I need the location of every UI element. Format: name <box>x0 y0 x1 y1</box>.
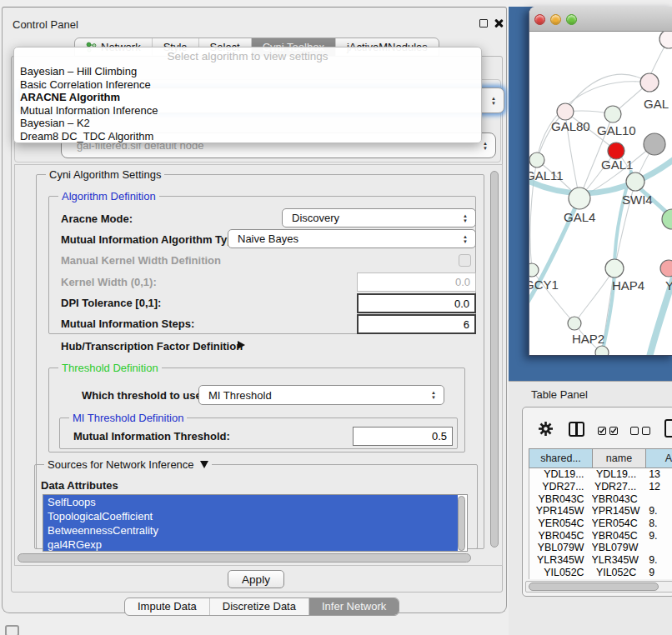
mi-threshold-label: Mutual Information Threshold: <box>73 430 230 442</box>
attribute-item[interactable]: gal4RGexp <box>43 538 458 552</box>
network-node[interactable] <box>626 172 644 191</box>
network-node-label: HAP4 <box>612 278 644 292</box>
mi-steps-field[interactable]: 6 <box>357 314 476 334</box>
network-node[interactable] <box>608 142 624 159</box>
tab-infer-network[interactable]: Infer Network <box>308 598 399 615</box>
apply-button[interactable]: Apply <box>228 570 284 588</box>
scrollbar-thumb[interactable] <box>529 582 659 591</box>
aracne-mode-combobox[interactable]: Discovery <box>282 208 476 228</box>
which-threshold-combobox[interactable]: MI Threshold <box>198 385 444 405</box>
network-node[interactable] <box>605 259 624 278</box>
table-cell: YIL052C <box>592 567 644 578</box>
network-window-titlebar[interactable] <box>529 7 672 32</box>
dpi-tolerance-field[interactable]: 0.0 <box>357 293 476 313</box>
table-row[interactable]: YPR145WYPR145W9. <box>529 505 672 518</box>
network-window[interactable]: GALGAL80GAL10GAL1GAL11SWI4GAL4GCY1HAP4YH… <box>529 7 672 356</box>
network-node[interactable] <box>557 103 574 120</box>
network-node[interactable] <box>568 317 581 330</box>
tab-label: Impute Data <box>138 600 197 612</box>
vertical-scrollbar[interactable] <box>489 169 499 549</box>
kernel-width-label: Kernel Width (0,1): <box>61 276 157 288</box>
table-row[interactable]: YDL19...YDL19...13 <box>529 468 672 481</box>
network-canvas[interactable]: GALGAL80GAL10GAL1GAL11SWI4GAL4GCY1HAP4YH… <box>529 32 672 355</box>
algorithm-option-selected[interactable]: ARACNE Algorithm <box>20 91 475 104</box>
which-threshold-value: MI Threshold <box>208 389 272 402</box>
columns-icon[interactable] <box>569 422 584 437</box>
algorithm-option[interactable]: Mutual Information Inference <box>20 104 475 118</box>
float-window-icon[interactable] <box>479 19 488 28</box>
table-row[interactable]: YBR043CYBR043C <box>529 492 672 505</box>
network-node-label: Y <box>665 278 672 292</box>
algorithm-option[interactable]: Bayesian – Hill Climbing <box>20 65 475 78</box>
network-node-label: GAL <box>644 97 669 111</box>
manual-kernel-label: Manual Kernel Width Definition <box>61 254 221 267</box>
network-node[interactable] <box>640 73 659 92</box>
attribute-item[interactable]: TopologicalCoefficient <box>43 509 458 523</box>
column-header-name[interactable]: name <box>593 449 646 468</box>
table-body: YDL19...YDL19...13YDR27...YDR27...12YBR0… <box>529 468 672 579</box>
table-cell: YBR043C <box>592 493 644 505</box>
table-panel-title: Table Panel <box>531 388 588 401</box>
algorithm-option[interactable]: Dream8 DC_TDC Algorithm <box>20 130 475 143</box>
table-row[interactable]: YER054CYER054C8. <box>529 518 672 530</box>
tab-impute-data[interactable]: Impute Data <box>125 598 209 615</box>
mi-type-combobox[interactable]: Naive Bayes <box>228 229 476 248</box>
network-node[interactable] <box>644 133 665 155</box>
select-all-checked-icon[interactable] <box>609 427 618 435</box>
hub-definition-label[interactable]: Hub/Transcription Factor Definition <box>61 340 243 352</box>
mi-threshold-value: 0.5 <box>432 430 447 442</box>
restore-panel-icon[interactable] <box>5 625 19 635</box>
tab-discretize-data[interactable]: Discretize Data <box>209 598 308 615</box>
table-cell: YIL052C <box>529 567 592 578</box>
network-node[interactable] <box>529 152 544 168</box>
close-icon[interactable] <box>494 18 504 28</box>
table-row[interactable]: YBR045CYBR045C9. <box>529 529 672 542</box>
table-row[interactable]: YIL052CYIL052C9 <box>529 567 672 579</box>
expand-right-icon[interactable] <box>238 341 245 349</box>
table-horizontal-scrollbar[interactable] <box>525 581 672 592</box>
scrollbar-thumb[interactable] <box>18 553 471 562</box>
table-cell: YBR045C <box>529 530 592 542</box>
new-table-icon[interactable] <box>664 419 672 438</box>
kernel-width-field[interactable]: 0.0 <box>357 272 476 292</box>
table-cell: YBR043C <box>529 493 592 505</box>
table-row[interactable]: YDR27...YDR27...12 <box>529 481 672 493</box>
list-scrollbar-thumb[interactable] <box>458 496 465 551</box>
network-node[interactable] <box>659 32 672 48</box>
algorithm-dropdown-popup: Select algorithm to view settings Bayesi… <box>13 47 482 143</box>
kernel-width-value: 0.0 <box>455 276 470 288</box>
select-all-checked-icon[interactable] <box>598 427 606 435</box>
table-cell: YDL19... <box>529 468 592 480</box>
network-node[interactable] <box>529 263 539 277</box>
deselect-all-icon[interactable] <box>630 427 639 435</box>
horizontal-scrollbar[interactable] <box>16 552 488 563</box>
minimize-traffic-light-icon[interactable] <box>550 14 561 25</box>
network-node[interactable] <box>595 346 609 355</box>
sources-title: Sources for Network Inference <box>48 458 194 471</box>
gear-icon[interactable] <box>538 421 554 437</box>
table-cell: YDR27... <box>592 481 644 492</box>
mi-threshold-field[interactable]: 0.5 <box>353 427 453 446</box>
network-node[interactable] <box>569 188 590 209</box>
data-attributes-list[interactable]: SelfLoopsTopologicalCoefficientBetweenne… <box>43 494 468 552</box>
table-row[interactable]: YBL079WYBL079W <box>529 542 672 554</box>
table-cell: 12 <box>644 481 672 492</box>
close-traffic-light-icon[interactable] <box>534 14 545 25</box>
column-header-truncated[interactable]: A <box>646 449 672 468</box>
column-header-shared-name[interactable]: shared... <box>529 449 593 468</box>
mi-steps-value: 6 <box>464 318 469 331</box>
manual-kernel-checkbox[interactable] <box>459 254 471 267</box>
attribute-item[interactable]: BetweennessCentrality <box>43 523 458 538</box>
attribute-item[interactable]: SelfLoops <box>43 495 458 509</box>
group-title: Sources for Network Inference <box>44 458 212 471</box>
algorithm-option[interactable]: Bayesian – K2 <box>20 117 475 130</box>
scrollbar-thumb[interactable] <box>490 171 499 548</box>
table-cell: YER054C <box>529 518 592 529</box>
network-node[interactable] <box>660 260 672 277</box>
zoom-traffic-light-icon[interactable] <box>566 14 577 25</box>
algorithm-option[interactable]: Basic Correlation Inference <box>20 78 475 92</box>
network-node[interactable] <box>604 106 621 122</box>
table-row[interactable]: YLR345WYLR345W9. <box>529 554 672 567</box>
collapse-down-icon[interactable] <box>200 461 208 468</box>
deselect-all-icon[interactable] <box>642 427 650 435</box>
